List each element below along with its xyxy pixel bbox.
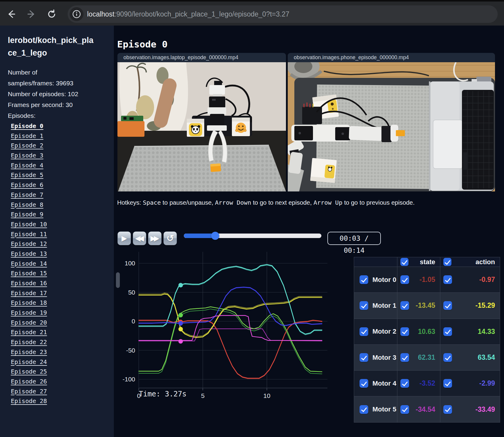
svg-text:-50: -50 xyxy=(126,347,135,354)
play-button[interactable]: ▶ xyxy=(117,231,131,245)
sidebar-episode-link[interactable]: Episode 17 xyxy=(11,288,47,298)
browser-toolbar: localhost:9090/lerobot/koch_pick_place_1… xyxy=(0,0,504,26)
svg-text:100: 100 xyxy=(125,260,135,267)
motor-4-checkbox[interactable] xyxy=(360,379,368,388)
sidebar-episode-link[interactable]: Episode 8 xyxy=(11,200,47,210)
sidebar-episode-link[interactable]: Episode 1 xyxy=(11,131,47,141)
motor-1-state-checkbox[interactable] xyxy=(400,301,409,310)
back-icon[interactable] xyxy=(5,8,18,21)
video-player-phone[interactable] xyxy=(288,62,495,191)
hotkey-space: Space xyxy=(143,199,161,206)
lego-brick xyxy=(210,163,221,172)
sidebar-episode-link[interactable]: Episode 11 xyxy=(11,229,47,239)
motor-4-state-checkbox[interactable] xyxy=(400,379,409,388)
trackpad xyxy=(433,120,463,169)
sidebar-episode-link[interactable]: Episode 12 xyxy=(11,239,47,249)
sidebar-episode-link[interactable]: Episode 22 xyxy=(11,337,47,347)
motor-table: state action Motor 0 -1.05 -0.97 Motor 1… xyxy=(354,257,500,423)
motor-5-state-checkbox[interactable] xyxy=(400,405,409,414)
sidebar-episode-link[interactable]: Episode 6 xyxy=(11,180,47,190)
emoji-box-bottom xyxy=(310,158,337,183)
sidebar-episode-link[interactable]: Episode 20 xyxy=(11,318,47,328)
motor-4-action-checkbox[interactable] xyxy=(443,379,452,388)
url-path: :9090/lerobot/koch_pick_place_1_lego/epi… xyxy=(114,10,290,18)
address-bar[interactable]: localhost:9090/lerobot/koch_pick_place_1… xyxy=(68,5,498,23)
sidebar-episode-link[interactable]: Episode 24 xyxy=(11,357,47,367)
motor-2-action-value: 14.33 xyxy=(452,328,495,336)
sidebar-episode-link[interactable]: Episode 27 xyxy=(11,387,47,396)
fast-forward-button[interactable]: ▶▶ xyxy=(148,231,162,245)
time-display: 00:03 / 00:14 xyxy=(327,232,381,245)
motor-0-checkbox[interactable] xyxy=(360,275,368,284)
table-row-motor-0: Motor 0 -1.05 -0.97 xyxy=(354,267,500,292)
lego-brick-held xyxy=(396,130,405,136)
sidebar-episode-link[interactable]: Episode 4 xyxy=(11,160,47,170)
motor-5-checkbox[interactable] xyxy=(360,405,368,414)
sidebar-episode-link[interactable]: Episode 5 xyxy=(11,170,47,180)
video-panel-phone: observation.images.phone_episode_000000.… xyxy=(288,53,495,191)
action-column-checkbox[interactable] xyxy=(443,258,451,266)
hotkeys-text2: to go to next episode, xyxy=(251,199,313,206)
video-title-phone: observation.images.phone_episode_000000.… xyxy=(288,53,495,62)
forward-icon[interactable] xyxy=(25,8,38,21)
motor-4-action-value: -2.99 xyxy=(452,379,495,387)
sidebar-episode-link[interactable]: Episode 23 xyxy=(11,347,47,357)
sidebar-episode-link[interactable]: Episode 10 xyxy=(11,219,47,229)
url-host: localhost xyxy=(87,10,114,18)
motor-1-checkbox[interactable] xyxy=(360,301,368,310)
hotkey-arrow-down: Arrow Down xyxy=(215,199,251,206)
svg-text:5: 5 xyxy=(201,392,205,399)
sidebar-episode-link[interactable]: Episode 0 xyxy=(11,121,47,131)
sidebar-episode-link[interactable]: Episode 15 xyxy=(11,268,47,278)
motor-1-state-value: -13.45 xyxy=(409,301,435,310)
state-column-checkbox[interactable] xyxy=(400,258,408,266)
sidebar-episode-link[interactable]: Episode 7 xyxy=(11,190,47,200)
stat-episodes: Number of episodes: 102 xyxy=(8,89,83,99)
motor-3-state-checkbox[interactable] xyxy=(400,353,409,362)
svg-text:10: 10 xyxy=(263,392,270,399)
sidebar-episode-link[interactable]: Episode 13 xyxy=(11,249,47,259)
sidebar-episode-link[interactable]: Episode 16 xyxy=(11,278,47,288)
sidebar-episode-link[interactable]: Episode 28 xyxy=(11,396,47,406)
reload-icon[interactable] xyxy=(45,8,58,21)
motor-3-state-value: 62.31 xyxy=(409,353,435,362)
hotkeys-text3: to go to previous episode. xyxy=(342,199,414,206)
sidebar-episode-link[interactable]: Episode 26 xyxy=(11,377,47,387)
sidebar-episode-link[interactable]: Episode 2 xyxy=(11,141,47,151)
motor-2-state-checkbox[interactable] xyxy=(400,327,409,336)
hotkeys-help: Hotkeys: Space to pause/unpause, Arrow D… xyxy=(117,199,414,206)
video-panel-laptop: observation.images.laptop_episode_000000… xyxy=(117,53,286,191)
motor-2-action-checkbox[interactable] xyxy=(443,327,452,336)
sidebar-episode-link[interactable]: Episode 18 xyxy=(11,298,47,308)
sidebar-episode-link[interactable]: Episode 14 xyxy=(11,259,47,269)
sidebar-episode-link[interactable]: Episode 9 xyxy=(11,209,47,219)
orange-device xyxy=(117,121,144,137)
video-player-laptop[interactable] xyxy=(117,62,286,191)
motor-3-checkbox[interactable] xyxy=(360,353,368,362)
svg-text:0: 0 xyxy=(132,318,135,325)
sidebar-episode-link[interactable]: Episode 3 xyxy=(11,151,47,160)
motor-3-action-checkbox[interactable] xyxy=(443,353,452,362)
seek-slider-fill xyxy=(184,234,215,238)
dataset-title: lerobot/koch_pick_place_1_lego xyxy=(8,34,98,59)
seek-slider[interactable] xyxy=(184,234,321,238)
seek-slider-thumb[interactable] xyxy=(211,232,219,240)
motor-chart[interactable]: 100500-50-1000510 xyxy=(117,251,330,402)
site-info-icon[interactable] xyxy=(70,7,83,21)
motor-5-action-checkbox[interactable] xyxy=(443,405,452,414)
hotkeys-prefix: Hotkeys: xyxy=(117,199,143,206)
motor-1-action-value: -15.29 xyxy=(452,301,495,310)
sidebar-episode-link[interactable]: Episode 19 xyxy=(11,308,47,318)
table-row-motor-3: Motor 3 62.31 63.54 xyxy=(354,344,500,370)
motor-3-label: Motor 3 xyxy=(372,354,396,362)
episode-list: Episode 0Episode 1Episode 2Episode 3Epis… xyxy=(11,121,47,406)
motor-1-action-checkbox[interactable] xyxy=(443,301,452,310)
sidebar-episode-link[interactable]: Episode 25 xyxy=(11,367,47,377)
rewind-button[interactable]: ◀◀ xyxy=(133,231,146,245)
motor-0-state-checkbox[interactable] xyxy=(400,275,409,284)
motor-0-action-checkbox[interactable] xyxy=(443,275,452,284)
table-row-motor-2: Motor 2 10.63 14.33 xyxy=(354,319,500,344)
motor-2-checkbox[interactable] xyxy=(360,327,368,336)
loop-button[interactable]: ↺ xyxy=(163,231,177,245)
sidebar-episode-link[interactable]: Episode 21 xyxy=(11,327,47,337)
